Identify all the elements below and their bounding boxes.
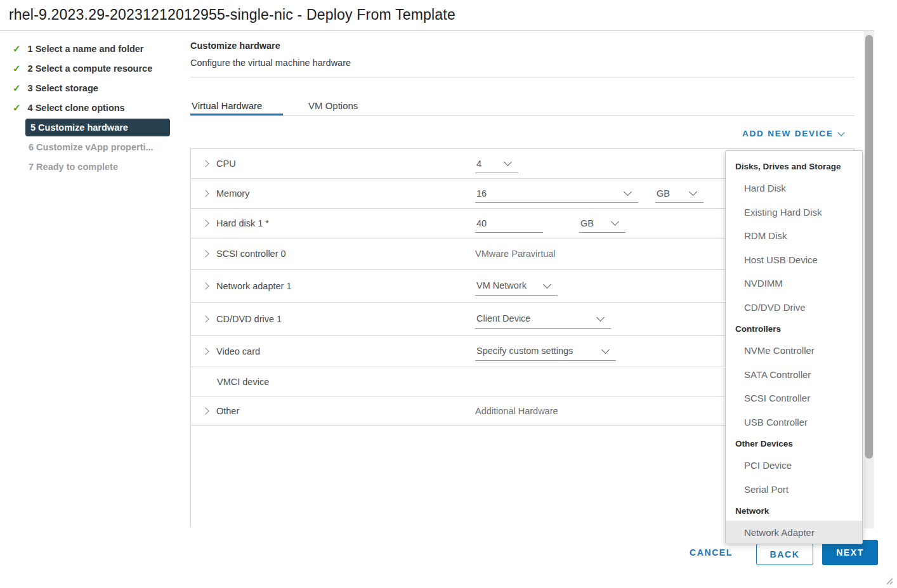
menu-item-nvdimm[interactable]: NVDIMM (726, 271, 862, 296)
menu-item-pci-device[interactable]: PCI Device (726, 454, 862, 478)
menu-section-disks-drives-and-storage: Disks, Drives and Storage (726, 157, 862, 176)
memory-unit-select-value: GB (657, 188, 670, 199)
network-adapter-1-select[interactable]: VM Network (475, 277, 558, 296)
resize-handle-icon[interactable] (885, 576, 893, 584)
row-value: Client Device (475, 303, 611, 335)
header-divider (190, 77, 854, 77)
row-label: SCSI controller 0 (216, 249, 286, 259)
chevron-right-icon[interactable] (202, 348, 209, 355)
row-label: Network adapter 1 (216, 281, 291, 291)
menu-item-nvme-controller[interactable]: NVMe Controller (726, 339, 862, 363)
row-value: VMware Paravirtual (475, 238, 556, 269)
chevron-right-icon[interactable] (202, 219, 209, 226)
chevron-right-icon[interactable] (202, 315, 209, 322)
step-label: 2 Select a compute resource (28, 63, 153, 74)
network-adapter-1-select-value: VM Network (476, 280, 527, 291)
check-icon: ✓ (13, 103, 21, 112)
menu-item-network-adapter[interactable]: Network Adapter (726, 521, 862, 544)
row-value: 16GB (475, 179, 704, 208)
back-button[interactable]: BACK (756, 544, 813, 565)
menu-item-sata-controller[interactable]: SATA Controller (726, 363, 862, 387)
chevron-right-icon[interactable] (202, 190, 209, 197)
video-card-select[interactable]: Specify custom settings (475, 342, 616, 361)
page-subtitle: Configure the virtual machine hardware (190, 58, 351, 68)
step-label: 7 Ready to complete (29, 162, 118, 172)
row-label: Video card (216, 346, 260, 356)
wizard-step-select-a-compute-resource[interactable]: ✓2 Select a compute resource (0, 58, 185, 78)
chevron-down-icon (624, 188, 632, 196)
hard-disk-1-input-value: 40 (476, 218, 487, 228)
menu-item-serial-port[interactable]: Serial Port (726, 478, 862, 502)
hard-disk-1-input[interactable]: 40 (475, 214, 543, 233)
step-label: 4 Select clone options (28, 103, 125, 113)
tabs-divider (190, 115, 854, 116)
scrollbar-thumb[interactable] (865, 35, 873, 459)
other-value-text: Additional Hardware (475, 406, 558, 416)
menu-section-controllers: Controllers (726, 319, 862, 339)
row-label: CPU (216, 159, 236, 169)
row-label: Hard disk 1 * (216, 218, 269, 228)
chevron-right-icon[interactable] (202, 407, 209, 414)
step-label: 3 Select storage (28, 83, 98, 93)
cd-dvd-drive-1-select[interactable]: Client Device (475, 310, 611, 329)
step-label: 1 Select a name and folder (28, 44, 144, 54)
add-device-menu: Disks, Drives and StorageHard DiskExisti… (725, 150, 863, 544)
cpu-select[interactable]: 4 (475, 154, 518, 173)
cd-dvd-drive-1-select-value: Client Device (476, 313, 530, 323)
menu-item-usb-controller[interactable]: USB Controller (726, 410, 862, 434)
row-value: 4 (475, 149, 518, 178)
chevron-down-icon (601, 346, 610, 354)
check-icon: ✓ (13, 63, 21, 73)
title-divider (0, 30, 874, 31)
cpu-select-value: 4 (476, 159, 481, 169)
memory-combobox[interactable]: 16 (475, 184, 638, 203)
menu-section-network: Network (726, 501, 862, 521)
menu-item-host-usb-device[interactable]: Host USB Device (726, 248, 862, 272)
wizard-step-select-storage[interactable]: ✓3 Select storage (0, 78, 185, 98)
scsi-controller-0-value-text: VMware Paravirtual (475, 249, 556, 259)
chevron-down-icon (689, 188, 697, 196)
chevron-down-icon (837, 129, 844, 136)
check-icon: ✓ (13, 83, 21, 93)
row-label: Other (216, 406, 239, 416)
step-label: 6 Customize vApp properti... (29, 142, 154, 152)
row-label: VMCI device (217, 377, 269, 387)
tab-vm-options[interactable]: VM Options (308, 100, 358, 111)
chevron-right-icon[interactable] (202, 250, 209, 257)
wizard-step-select-a-name-and-folder[interactable]: ✓1 Select a name and folder (0, 39, 185, 58)
menu-item-scsi-controller[interactable]: SCSI Controller (726, 386, 862, 410)
hard-disk-1-unit-select-value: GB (580, 218, 594, 228)
menu-item-cd-dvd-drive[interactable]: CD/DVD Drive (726, 296, 862, 320)
cancel-button[interactable]: CANCEL (690, 547, 733, 558)
dialog-title: rhel-9.2023.29-20231212012955-single-nic… (9, 6, 455, 23)
memory-unit-select[interactable]: GB (655, 184, 704, 203)
menu-section-other-devices: Other Devices (726, 434, 862, 454)
row-label: Memory (216, 188, 249, 199)
add-new-device-button[interactable]: ADD NEW DEVICE (742, 129, 844, 138)
row-value: Specify custom settings (475, 336, 616, 367)
memory-combobox-value: 16 (476, 188, 487, 199)
hard-disk-1-unit-select[interactable]: GB (579, 214, 625, 233)
chevron-down-icon (504, 158, 512, 166)
menu-item-rdm-disk[interactable]: RDM Disk (726, 224, 862, 248)
menu-item-hard-disk[interactable]: Hard Disk (726, 176, 862, 200)
chevron-right-icon[interactable] (202, 160, 209, 167)
row-value: 40GB (475, 209, 625, 238)
wizard-step-customize-hardware[interactable]: 5 Customize hardware (25, 119, 170, 136)
page-title: Customize hardware (190, 41, 280, 51)
chevron-right-icon[interactable] (202, 282, 209, 289)
wizard-step-ready-to-complete: 7 Ready to complete (0, 157, 185, 176)
wizard-step-customize-vapp-properti: 6 Customize vApp properti... (0, 137, 185, 157)
menu-item-existing-hard-disk[interactable]: Existing Hard Disk (726, 200, 862, 225)
row-value: Additional Hardware (475, 396, 558, 425)
wizard-steps: ✓1 Select a name and folder✓2 Select a c… (0, 39, 185, 176)
scrollbar[interactable] (864, 31, 874, 528)
tab-virtual-hardware[interactable]: Virtual Hardware (192, 100, 262, 111)
row-value: VM Network (475, 270, 558, 302)
check-icon: ✓ (13, 44, 21, 53)
add-new-device-label: ADD NEW DEVICE (742, 129, 834, 138)
wizard-step-select-clone-options[interactable]: ✓4 Select clone options (0, 98, 185, 117)
step-label: 5 Customize hardware (30, 122, 128, 133)
chevron-down-icon (543, 280, 551, 289)
chevron-down-icon (596, 313, 605, 322)
